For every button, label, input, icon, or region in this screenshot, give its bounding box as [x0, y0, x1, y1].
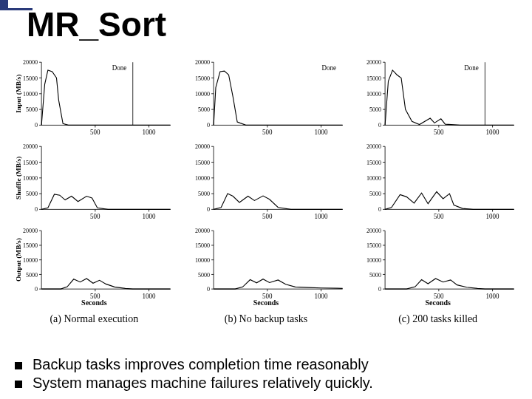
svg-text:500: 500 [90, 129, 100, 136]
svg-text:10000: 10000 [195, 91, 210, 98]
svg-text:20000: 20000 [366, 228, 381, 234]
svg-text:20000: 20000 [366, 59, 381, 66]
svg-text:10000: 10000 [23, 175, 38, 182]
svg-text:5000: 5000 [198, 271, 210, 278]
svg-text:1000: 1000 [314, 213, 327, 220]
svg-text:0: 0 [207, 206, 210, 213]
svg-text:Shuffle (MB/s): Shuffle (MB/s) [15, 157, 22, 200]
svg-text:20000: 20000 [23, 228, 38, 234]
svg-text:0: 0 [35, 286, 38, 293]
chart-panel-r1-c2: 050001000015000200005001000 [357, 142, 519, 222]
svg-text:Done: Done [465, 64, 480, 71]
x-axis-label: Seconds [13, 299, 175, 307]
chart-panel-r1-c1: 050001000015000200005001000 [185, 142, 347, 222]
svg-text:0: 0 [207, 286, 210, 293]
svg-text:20000: 20000 [23, 59, 38, 66]
svg-text:1000: 1000 [486, 129, 499, 136]
svg-text:0: 0 [35, 122, 38, 129]
svg-text:20000: 20000 [366, 143, 381, 150]
bullet-marker-icon [15, 381, 22, 388]
svg-text:500: 500 [434, 213, 444, 220]
svg-text:15000: 15000 [23, 75, 38, 82]
svg-text:Done: Done [321, 64, 336, 71]
svg-text:5000: 5000 [198, 106, 210, 113]
bullet-marker-icon [15, 362, 22, 369]
svg-text:10000: 10000 [23, 91, 38, 98]
column-caption-1: (b) No backup tasks [185, 310, 347, 331]
svg-text:5000: 5000 [26, 106, 38, 113]
svg-text:5000: 5000 [26, 271, 38, 278]
svg-text:20000: 20000 [23, 143, 38, 150]
svg-text:5000: 5000 [369, 271, 381, 278]
chart-panel-r1-c0: 050001000015000200005001000Shuffle (MB/s… [13, 142, 175, 222]
chart-panel-r2-c1: 050001000015000200005001000Seconds [185, 226, 347, 306]
x-axis-label: Seconds [357, 299, 519, 307]
svg-text:15000: 15000 [23, 242, 38, 249]
svg-text:15000: 15000 [195, 242, 210, 249]
chart-panel-r2-c2: 050001000015000200005001000Seconds [357, 226, 519, 306]
bullet-list: Backup tasks improves completion time re… [15, 355, 373, 392]
svg-text:15000: 15000 [366, 160, 381, 166]
svg-text:10000: 10000 [366, 175, 381, 182]
svg-text:Done: Done [112, 64, 127, 71]
svg-text:15000: 15000 [23, 160, 38, 166]
slide-title: MR_Sort [27, 4, 166, 44]
svg-text:5000: 5000 [369, 106, 381, 113]
svg-text:20000: 20000 [195, 59, 210, 66]
svg-text:5000: 5000 [369, 191, 381, 197]
svg-text:15000: 15000 [195, 75, 210, 82]
x-axis-label: Seconds [185, 299, 347, 307]
chart-panel-r0-c1: 050001000015000200005001000Done [185, 58, 347, 137]
bullet-item: System manages machine failures relative… [15, 375, 373, 392]
chart-grid: 050001000015000200005001000Input (MB/s)D… [13, 58, 519, 331]
bullet-item: Backup tasks improves completion time re… [15, 356, 373, 373]
svg-text:Input (MB/s): Input (MB/s) [15, 75, 22, 113]
svg-text:10000: 10000 [195, 175, 210, 182]
svg-text:20000: 20000 [195, 228, 210, 234]
chart-panel-r0-c0: 050001000015000200005001000Input (MB/s)D… [13, 58, 175, 137]
svg-text:0: 0 [378, 122, 381, 129]
chart-panel-r0-c2: 050001000015000200005001000Done [357, 58, 519, 137]
svg-text:0: 0 [207, 122, 210, 129]
svg-text:20000: 20000 [195, 143, 210, 150]
column-caption-2: (c) 200 tasks killed [357, 310, 519, 331]
column-caption-0: (a) Normal execution [13, 310, 175, 331]
svg-text:5000: 5000 [198, 191, 210, 197]
svg-text:10000: 10000 [366, 257, 381, 264]
svg-text:1000: 1000 [486, 213, 499, 220]
svg-text:10000: 10000 [23, 257, 38, 264]
svg-text:5000: 5000 [26, 191, 38, 197]
chart-panel-r2-c0: 050001000015000200005001000Output (MB/s)… [13, 226, 175, 306]
svg-text:10000: 10000 [366, 91, 381, 98]
svg-text:500: 500 [262, 129, 273, 136]
svg-text:0: 0 [378, 206, 381, 213]
bullet-text: System manages machine failures relative… [33, 375, 373, 392]
svg-text:10000: 10000 [195, 257, 210, 264]
svg-text:500: 500 [262, 213, 273, 220]
svg-text:15000: 15000 [195, 160, 210, 166]
svg-text:0: 0 [35, 206, 38, 213]
svg-text:1000: 1000 [143, 129, 156, 136]
svg-text:1000: 1000 [314, 129, 327, 136]
svg-text:500: 500 [434, 129, 444, 136]
bullet-text: Backup tasks improves completion time re… [33, 356, 369, 373]
svg-text:15000: 15000 [366, 75, 381, 82]
svg-text:500: 500 [90, 213, 100, 220]
svg-text:15000: 15000 [366, 242, 381, 249]
svg-text:1000: 1000 [143, 213, 156, 220]
svg-text:0: 0 [378, 286, 381, 293]
svg-text:Output (MB/s): Output (MB/s) [15, 238, 22, 282]
